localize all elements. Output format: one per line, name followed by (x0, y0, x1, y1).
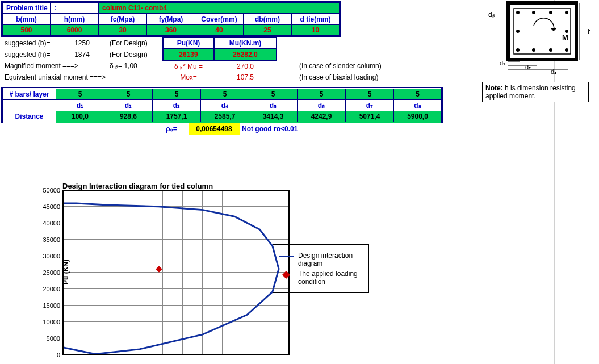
col-db: db(mm) (244, 14, 292, 25)
dim-db: dᵦ (488, 11, 495, 19)
dim-d1: d₁ (500, 60, 505, 66)
bars-4[interactable]: 5 (201, 89, 249, 100)
note-box: Note: h is dimension resisting applied m… (482, 82, 589, 102)
bars-6[interactable]: 5 (298, 89, 346, 100)
dist-8[interactable]: 5900,0 (394, 111, 442, 123)
colon: : (51, 2, 99, 14)
ytick: 15000 (37, 302, 60, 309)
problem-title-value[interactable]: column C11- comb4 (99, 2, 340, 14)
pu-val[interactable]: 26139 (163, 49, 214, 60)
magnified-label: Magnified moment ===> (1, 60, 106, 72)
bars-2[interactable]: 5 (104, 89, 153, 100)
val-b[interactable]: 500 (2, 25, 51, 36)
val-cover[interactable]: 40 (195, 25, 244, 36)
ytick: 40000 (37, 220, 60, 227)
cross-section-diagram: M b dᵦ d₁ d₂ d₃ (477, 0, 590, 80)
dim-d2: d₂ (525, 64, 531, 70)
dist-3[interactable]: 1757,1 (153, 111, 201, 123)
rho-msg: Not good ro<0.01 (240, 123, 300, 135)
rho-value: 0,00654498 (189, 123, 240, 135)
ytick: 0 (37, 352, 60, 358)
bars-7[interactable]: 5 (346, 89, 394, 100)
deltab-val: 1,00 (124, 62, 137, 70)
suggested-rows: suggested (b)= 1250 (For Design) Pu(KN) … (1, 37, 385, 83)
d5-label: d₅ (249, 100, 298, 111)
rho-row: ρₒ= 0,00654498 Not good ro<0.01 (1, 123, 300, 135)
dist-2[interactable]: 928,6 (104, 111, 153, 123)
biaxial-note: (In case of biaxial loading) (277, 72, 385, 83)
chart-title: Design Interaction diagram for tied colu… (62, 182, 392, 190)
d3-label: d₃ (153, 100, 201, 111)
svg-point-4 (516, 30, 520, 33)
rho-label: ρₒ= (154, 123, 189, 135)
svg-point-0 (516, 11, 520, 14)
bars-3[interactable]: 5 (153, 89, 201, 100)
pu-label: Pu(KN) (163, 37, 214, 49)
d6-label: d₆ (298, 100, 346, 111)
chart-plot-area: Pu (KN) 05000100001500020000250003000035… (62, 190, 290, 355)
dim-d3: d₃ (551, 68, 556, 75)
d2-label: d₂ (104, 100, 153, 111)
ytick: 50000 (37, 187, 60, 194)
d4-label: d₄ (201, 100, 249, 111)
dim-b: b (588, 28, 590, 36)
col-h: h(mm) (51, 14, 99, 25)
dbMu-val: 270,0 (214, 60, 277, 72)
col-b: b(mm) (2, 14, 51, 25)
svg-point-2 (549, 11, 552, 14)
ytick: 10000 (37, 319, 60, 325)
sugg-h-val: 1874 (58, 49, 106, 60)
val-fc[interactable]: 30 (99, 25, 147, 36)
chart-curve (64, 190, 290, 354)
svg-point-8 (549, 48, 552, 52)
svg-point-3 (565, 11, 568, 14)
dist-6[interactable]: 4242,9 (298, 111, 346, 123)
dist-1[interactable]: 100,0 (56, 111, 104, 123)
mu-val[interactable]: 25282,0 (214, 49, 277, 60)
dbMu-label: δ ᵦ* Mu = (163, 60, 214, 72)
bars-1[interactable]: 5 (56, 89, 104, 100)
d1-label: d₁ (56, 100, 104, 111)
problem-title-label: Problem title (2, 2, 51, 14)
val-h[interactable]: 6000 (51, 25, 99, 36)
ytick: 20000 (37, 286, 60, 292)
sugg-b-val: 1250 (58, 37, 106, 49)
val-dtie[interactable]: 10 (292, 25, 340, 36)
equiv-label: Equivalent uniaxial moment ===> (1, 72, 163, 83)
bars-8[interactable]: 5 (394, 89, 442, 100)
dist-7[interactable]: 5071,4 (346, 111, 394, 123)
d8-label: d₈ (394, 100, 442, 111)
svg-point-9 (565, 48, 568, 52)
ytick: 25000 (37, 269, 60, 276)
distance-label: Distance (2, 111, 56, 123)
legend-point-label: The applied loading condition (298, 270, 363, 286)
sugg-b-note: (For Design) (106, 37, 163, 49)
val-fy[interactable]: 360 (147, 25, 195, 36)
dist-5[interactable]: 3414,3 (249, 111, 298, 123)
ytick: 35000 (37, 236, 60, 243)
interaction-chart: Design Interaction diagram for tied colu… (28, 182, 392, 355)
ytick: 45000 (37, 203, 60, 210)
deltab-label: δ ᵦ= (110, 62, 122, 70)
moment-label: M (562, 33, 568, 41)
legend-line-swatch (279, 256, 294, 257)
col-cover: Cover(mm) (195, 14, 244, 25)
note-prefix: Note: (485, 84, 503, 92)
legend-diamond-swatch (282, 271, 290, 279)
bars-5[interactable]: 5 (249, 89, 298, 100)
svg-point-6 (516, 48, 520, 52)
sugg-b-label: suggested (b)= (1, 37, 58, 49)
svg-point-1 (532, 11, 535, 14)
col-fc: fc(Mpa) (99, 14, 147, 25)
dist-4[interactable]: 2585,7 (201, 111, 249, 123)
val-db[interactable]: 25 (244, 25, 292, 36)
col-fy: fy(Mpa) (147, 14, 195, 25)
d7-label: d₇ (346, 100, 394, 111)
chart-legend: Design interaction diagram The applied l… (273, 244, 369, 293)
svg-point-7 (532, 48, 535, 52)
sugg-h-note: (For Design) (106, 49, 163, 60)
slender-note: (In case of slender column) (277, 60, 385, 72)
legend-line-label: Design interaction diagram (298, 252, 363, 267)
mox-val: 107,5 (214, 72, 277, 83)
col-dtie: d tie(mm) (292, 14, 340, 25)
